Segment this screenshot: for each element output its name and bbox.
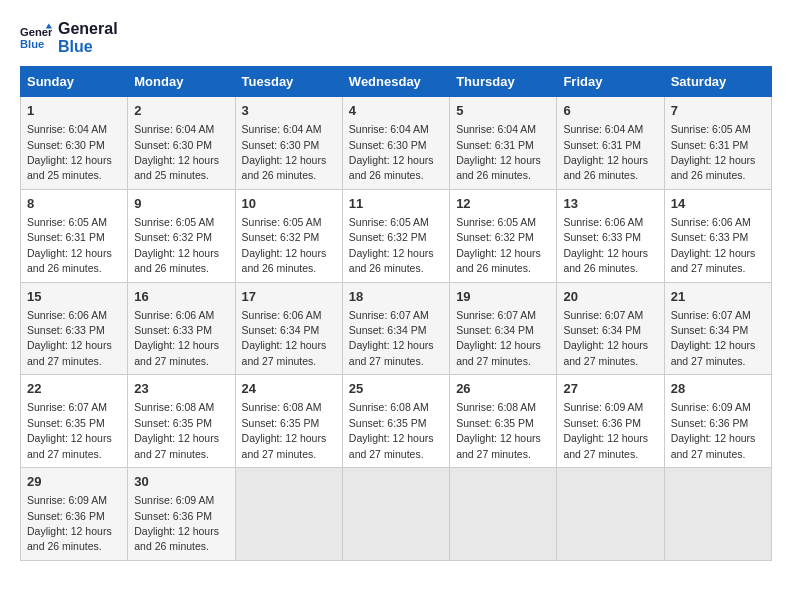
day-header-friday: Friday xyxy=(557,67,664,97)
day-header-wednesday: Wednesday xyxy=(342,67,449,97)
day-header-tuesday: Tuesday xyxy=(235,67,342,97)
day-header-monday: Monday xyxy=(128,67,235,97)
day-header-thursday: Thursday xyxy=(450,67,557,97)
day-number: 26 xyxy=(456,380,550,398)
calendar-cell: 9Sunrise: 6:05 AMSunset: 6:32 PMDaylight… xyxy=(128,189,235,282)
day-info: Sunrise: 6:04 AMSunset: 6:30 PMDaylight:… xyxy=(134,123,219,181)
day-info: Sunrise: 6:06 AMSunset: 6:34 PMDaylight:… xyxy=(242,309,327,367)
day-number: 7 xyxy=(671,102,765,120)
day-header-sunday: Sunday xyxy=(21,67,128,97)
day-number: 4 xyxy=(349,102,443,120)
day-info: Sunrise: 6:09 AMSunset: 6:36 PMDaylight:… xyxy=(563,401,648,459)
day-number: 16 xyxy=(134,288,228,306)
calendar-cell: 14Sunrise: 6:06 AMSunset: 6:33 PMDayligh… xyxy=(664,189,771,282)
day-info: Sunrise: 6:09 AMSunset: 6:36 PMDaylight:… xyxy=(27,494,112,552)
calendar-row: 22Sunrise: 6:07 AMSunset: 6:35 PMDayligh… xyxy=(21,375,772,468)
calendar-row: 8Sunrise: 6:05 AMSunset: 6:31 PMDaylight… xyxy=(21,189,772,282)
calendar-cell: 17Sunrise: 6:06 AMSunset: 6:34 PMDayligh… xyxy=(235,282,342,375)
day-info: Sunrise: 6:05 AMSunset: 6:32 PMDaylight:… xyxy=(349,216,434,274)
day-info: Sunrise: 6:08 AMSunset: 6:35 PMDaylight:… xyxy=(456,401,541,459)
day-info: Sunrise: 6:05 AMSunset: 6:32 PMDaylight:… xyxy=(456,216,541,274)
calendar-cell: 7Sunrise: 6:05 AMSunset: 6:31 PMDaylight… xyxy=(664,97,771,190)
day-info: Sunrise: 6:07 AMSunset: 6:34 PMDaylight:… xyxy=(349,309,434,367)
calendar-cell: 19Sunrise: 6:07 AMSunset: 6:34 PMDayligh… xyxy=(450,282,557,375)
calendar-cell: 10Sunrise: 6:05 AMSunset: 6:32 PMDayligh… xyxy=(235,189,342,282)
logo: General Blue General Blue xyxy=(20,20,118,56)
day-number: 14 xyxy=(671,195,765,213)
calendar-cell: 4Sunrise: 6:04 AMSunset: 6:30 PMDaylight… xyxy=(342,97,449,190)
header-row: SundayMondayTuesdayWednesdayThursdayFrid… xyxy=(21,67,772,97)
day-number: 9 xyxy=(134,195,228,213)
calendar-cell: 8Sunrise: 6:05 AMSunset: 6:31 PMDaylight… xyxy=(21,189,128,282)
calendar-cell: 30Sunrise: 6:09 AMSunset: 6:36 PMDayligh… xyxy=(128,468,235,561)
day-info: Sunrise: 6:08 AMSunset: 6:35 PMDaylight:… xyxy=(134,401,219,459)
day-info: Sunrise: 6:09 AMSunset: 6:36 PMDaylight:… xyxy=(134,494,219,552)
calendar-cell: 27Sunrise: 6:09 AMSunset: 6:36 PMDayligh… xyxy=(557,375,664,468)
day-number: 2 xyxy=(134,102,228,120)
day-number: 8 xyxy=(27,195,121,213)
logo-blue: Blue xyxy=(58,38,118,56)
day-number: 12 xyxy=(456,195,550,213)
day-number: 11 xyxy=(349,195,443,213)
page-header: General Blue General Blue xyxy=(20,20,772,56)
calendar-cell: 13Sunrise: 6:06 AMSunset: 6:33 PMDayligh… xyxy=(557,189,664,282)
calendar-cell: 24Sunrise: 6:08 AMSunset: 6:35 PMDayligh… xyxy=(235,375,342,468)
day-number: 22 xyxy=(27,380,121,398)
day-info: Sunrise: 6:07 AMSunset: 6:35 PMDaylight:… xyxy=(27,401,112,459)
day-number: 21 xyxy=(671,288,765,306)
day-number: 24 xyxy=(242,380,336,398)
day-number: 3 xyxy=(242,102,336,120)
logo-icon: General Blue xyxy=(20,22,52,54)
calendar-cell: 3Sunrise: 6:04 AMSunset: 6:30 PMDaylight… xyxy=(235,97,342,190)
calendar-cell: 23Sunrise: 6:08 AMSunset: 6:35 PMDayligh… xyxy=(128,375,235,468)
day-number: 5 xyxy=(456,102,550,120)
calendar-table: SundayMondayTuesdayWednesdayThursdayFrid… xyxy=(20,66,772,561)
day-number: 25 xyxy=(349,380,443,398)
day-info: Sunrise: 6:06 AMSunset: 6:33 PMDaylight:… xyxy=(134,309,219,367)
day-info: Sunrise: 6:05 AMSunset: 6:32 PMDaylight:… xyxy=(134,216,219,274)
calendar-cell: 29Sunrise: 6:09 AMSunset: 6:36 PMDayligh… xyxy=(21,468,128,561)
svg-text:Blue: Blue xyxy=(20,38,44,50)
calendar-cell: 26Sunrise: 6:08 AMSunset: 6:35 PMDayligh… xyxy=(450,375,557,468)
day-number: 18 xyxy=(349,288,443,306)
day-info: Sunrise: 6:06 AMSunset: 6:33 PMDaylight:… xyxy=(563,216,648,274)
day-info: Sunrise: 6:04 AMSunset: 6:30 PMDaylight:… xyxy=(242,123,327,181)
day-number: 29 xyxy=(27,473,121,491)
day-info: Sunrise: 6:05 AMSunset: 6:31 PMDaylight:… xyxy=(27,216,112,274)
calendar-cell: 6Sunrise: 6:04 AMSunset: 6:31 PMDaylight… xyxy=(557,97,664,190)
day-info: Sunrise: 6:07 AMSunset: 6:34 PMDaylight:… xyxy=(671,309,756,367)
calendar-cell: 1Sunrise: 6:04 AMSunset: 6:30 PMDaylight… xyxy=(21,97,128,190)
calendar-cell xyxy=(235,468,342,561)
calendar-row: 15Sunrise: 6:06 AMSunset: 6:33 PMDayligh… xyxy=(21,282,772,375)
day-info: Sunrise: 6:05 AMSunset: 6:31 PMDaylight:… xyxy=(671,123,756,181)
calendar-cell: 12Sunrise: 6:05 AMSunset: 6:32 PMDayligh… xyxy=(450,189,557,282)
day-number: 28 xyxy=(671,380,765,398)
calendar-cell: 2Sunrise: 6:04 AMSunset: 6:30 PMDaylight… xyxy=(128,97,235,190)
day-info: Sunrise: 6:04 AMSunset: 6:31 PMDaylight:… xyxy=(563,123,648,181)
calendar-cell xyxy=(664,468,771,561)
calendar-row: 1Sunrise: 6:04 AMSunset: 6:30 PMDaylight… xyxy=(21,97,772,190)
calendar-cell: 28Sunrise: 6:09 AMSunset: 6:36 PMDayligh… xyxy=(664,375,771,468)
day-header-saturday: Saturday xyxy=(664,67,771,97)
day-number: 27 xyxy=(563,380,657,398)
day-info: Sunrise: 6:08 AMSunset: 6:35 PMDaylight:… xyxy=(242,401,327,459)
calendar-cell: 11Sunrise: 6:05 AMSunset: 6:32 PMDayligh… xyxy=(342,189,449,282)
calendar-cell: 5Sunrise: 6:04 AMSunset: 6:31 PMDaylight… xyxy=(450,97,557,190)
calendar-cell: 21Sunrise: 6:07 AMSunset: 6:34 PMDayligh… xyxy=(664,282,771,375)
calendar-cell: 15Sunrise: 6:06 AMSunset: 6:33 PMDayligh… xyxy=(21,282,128,375)
calendar-cell xyxy=(450,468,557,561)
logo-general: General xyxy=(58,20,118,38)
day-info: Sunrise: 6:04 AMSunset: 6:31 PMDaylight:… xyxy=(456,123,541,181)
day-info: Sunrise: 6:07 AMSunset: 6:34 PMDaylight:… xyxy=(456,309,541,367)
calendar-cell: 20Sunrise: 6:07 AMSunset: 6:34 PMDayligh… xyxy=(557,282,664,375)
day-number: 17 xyxy=(242,288,336,306)
calendar-cell xyxy=(557,468,664,561)
calendar-cell xyxy=(342,468,449,561)
day-info: Sunrise: 6:06 AMSunset: 6:33 PMDaylight:… xyxy=(671,216,756,274)
day-number: 23 xyxy=(134,380,228,398)
calendar-cell: 18Sunrise: 6:07 AMSunset: 6:34 PMDayligh… xyxy=(342,282,449,375)
calendar-cell: 16Sunrise: 6:06 AMSunset: 6:33 PMDayligh… xyxy=(128,282,235,375)
day-info: Sunrise: 6:08 AMSunset: 6:35 PMDaylight:… xyxy=(349,401,434,459)
calendar-row: 29Sunrise: 6:09 AMSunset: 6:36 PMDayligh… xyxy=(21,468,772,561)
calendar-cell: 22Sunrise: 6:07 AMSunset: 6:35 PMDayligh… xyxy=(21,375,128,468)
